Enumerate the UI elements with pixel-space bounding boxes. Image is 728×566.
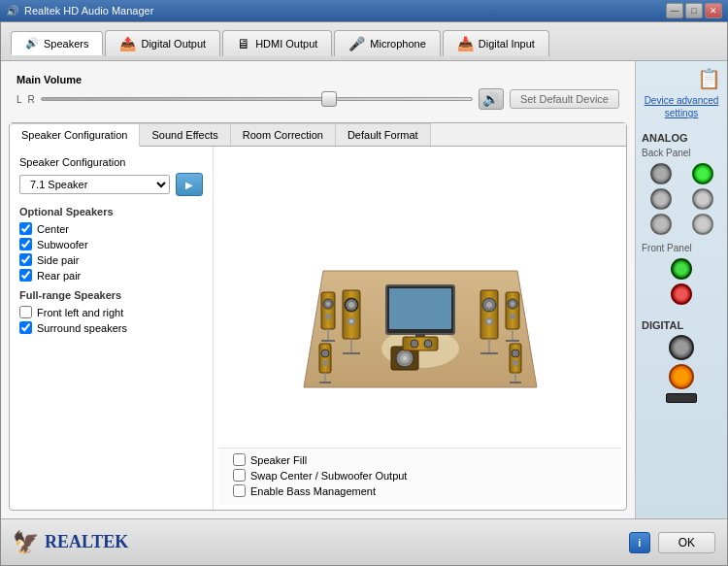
mic-icon: 🎤 xyxy=(348,36,365,51)
jack-back-2[interactable] xyxy=(692,163,713,184)
checkbox-enable-bass-label: Enable Bass Management xyxy=(250,485,376,497)
checkbox-rear-pair-input[interactable] xyxy=(19,269,32,282)
subtab-content: Speaker Configuration 7.1 Speaker 5.1 Sp… xyxy=(10,147,626,510)
svg-point-11 xyxy=(349,319,353,323)
volume-label: Main Volume xyxy=(17,74,619,85)
full-range-title: Full-range Speakers xyxy=(19,289,203,301)
checkbox-enable-bass-input[interactable] xyxy=(233,484,246,497)
hdmi-label: HDMI Output xyxy=(255,38,317,50)
checkbox-side-pair-input[interactable] xyxy=(19,253,32,266)
tab-digital-input[interactable]: 📥 Digital Input xyxy=(443,30,549,56)
back-panel-label: Back Panel xyxy=(642,148,721,158)
checkbox-center-label: Center xyxy=(37,223,69,235)
volume-slider-track[interactable] xyxy=(41,97,473,101)
device-advanced-settings-link[interactable]: Device advanced settings xyxy=(642,94,721,119)
ok-button[interactable]: OK xyxy=(658,532,715,553)
svg-point-46 xyxy=(403,356,407,360)
svg-point-16 xyxy=(486,302,492,308)
realtek-logo: 🦅 REALTEK xyxy=(13,530,128,555)
info-button[interactable]: i xyxy=(629,532,650,553)
close-button[interactable]: ✕ xyxy=(705,3,722,18)
checkbox-center-input[interactable] xyxy=(19,222,32,235)
left-panel: Main Volume L R 🔊 Set Default Device Spe… xyxy=(1,61,635,518)
svg-point-9 xyxy=(348,302,354,308)
speaker-diagram: Speaker Fill Swap Center / Subwoofer Out… xyxy=(214,147,626,510)
svg-point-24 xyxy=(325,314,331,319)
tab-digital-output[interactable]: 📤 Digital Output xyxy=(105,30,220,56)
jack-front-2[interactable] xyxy=(671,283,692,305)
svg-rect-3 xyxy=(389,288,451,329)
right-panel: 📋 Device advanced settings ANALOG Back P… xyxy=(635,61,727,518)
config-row: 7.1 Speaker 5.1 Speaker 4 Speaker 2 Chan… xyxy=(19,173,203,196)
analog-section-header: ANALOG xyxy=(642,132,721,144)
app-title: Realtek HD Audio Manager xyxy=(24,5,153,17)
svg-rect-27 xyxy=(506,292,519,329)
title-bar: 🔊 Realtek HD Audio Manager — □ ✕ xyxy=(0,0,728,21)
play-button[interactable]: ▶ xyxy=(176,173,203,196)
tab-default-format[interactable]: Default Format xyxy=(336,123,431,146)
volume-icon[interactable]: 🔊 xyxy=(479,88,504,110)
device-tabs: 🔊 Speakers 📤 Digital Output 🖥 HDMI Outpu… xyxy=(1,22,727,61)
svg-point-30 xyxy=(510,314,515,319)
checkbox-rear-pair-label: Rear pair xyxy=(37,270,81,282)
checkbox-surround-input[interactable] xyxy=(19,321,32,334)
jack-front-1[interactable] xyxy=(671,258,692,280)
digital-jack-2[interactable] xyxy=(669,364,694,389)
checkbox-subwoofer-label: Subwoofer xyxy=(37,239,88,250)
volume-slider-thumb[interactable] xyxy=(321,91,337,107)
digital-section-header: DIGITAL xyxy=(642,319,721,331)
checkbox-front-lr-input[interactable] xyxy=(19,306,32,318)
svg-point-48 xyxy=(411,340,418,348)
speaker-config-dropdown[interactable]: 7.1 Speaker 5.1 Speaker 4 Speaker 2 Chan… xyxy=(19,175,170,194)
svg-rect-21 xyxy=(321,292,335,329)
realtek-logo-text: REALTEK xyxy=(45,532,128,552)
tab-hdmi-output[interactable]: 🖥 HDMI Output xyxy=(222,30,332,56)
digital-input-icon: 📥 xyxy=(457,36,474,51)
digital-input-label: Digital Input xyxy=(479,38,535,50)
checkbox-speaker-fill-input[interactable] xyxy=(233,453,246,466)
volume-section: Main Volume L R 🔊 Set Default Device xyxy=(9,69,627,115)
speakers-icon: 🔊 xyxy=(25,37,39,50)
mic-label: Microphone xyxy=(370,38,425,50)
minimize-button[interactable]: — xyxy=(666,3,683,18)
jack-back-5[interactable] xyxy=(650,214,672,235)
jack-back-6[interactable] xyxy=(692,214,713,235)
svg-point-49 xyxy=(424,340,432,348)
checkbox-enable-bass: Enable Bass Management xyxy=(233,484,607,497)
checkbox-swap-center: Swap Center / Subwoofer Output xyxy=(233,469,607,482)
optional-speakers-title: Optional Speakers xyxy=(19,206,203,217)
digital-output-label: Digital Output xyxy=(141,38,206,50)
jack-back-3[interactable] xyxy=(650,188,672,210)
tab-microphone[interactable]: 🎤 Microphone xyxy=(334,30,440,56)
bottom-checkboxes: Speaker Fill Swap Center / Subwoofer Out… xyxy=(218,448,621,505)
checkbox-rear-pair: Rear pair xyxy=(19,269,203,282)
maximize-button[interactable]: □ xyxy=(685,3,703,18)
svg-point-35 xyxy=(322,360,328,366)
settings-panel: Speaker Configuration 7.1 Speaker 5.1 Sp… xyxy=(10,147,214,510)
checkbox-subwoofer-input[interactable] xyxy=(19,238,32,250)
checkbox-speaker-fill-label: Speaker Fill xyxy=(250,454,307,466)
checkbox-surround-label: Surround speakers xyxy=(37,322,127,334)
svg-point-39 xyxy=(512,350,519,357)
realtek-logo-icon: 🦅 xyxy=(13,530,39,555)
svg-point-34 xyxy=(321,350,329,357)
digital-jack-3[interactable] xyxy=(666,393,697,403)
jack-back-4[interactable] xyxy=(692,188,713,210)
digital-output-icon: 📤 xyxy=(119,36,136,51)
tab-room-correction[interactable]: Room Correction xyxy=(231,123,336,146)
hdmi-icon: 🖥 xyxy=(237,36,250,51)
main-window: 🔊 Speakers 📤 Digital Output 🖥 HDMI Outpu… xyxy=(0,21,728,566)
checkbox-center: Center xyxy=(19,222,203,235)
svg-rect-38 xyxy=(510,344,521,373)
digital-jack-1[interactable] xyxy=(669,335,694,360)
checkbox-surround: Surround speakers xyxy=(19,321,203,334)
checkbox-speaker-fill: Speaker Fill xyxy=(233,453,607,466)
front-panel-label: Front Panel xyxy=(642,243,721,253)
tab-speakers[interactable]: 🔊 Speakers xyxy=(11,31,103,55)
default-device-button[interactable]: Set Default Device xyxy=(510,89,619,109)
tab-speaker-config[interactable]: Speaker Configuration xyxy=(10,123,140,147)
checkbox-side-pair: Side pair xyxy=(19,253,203,266)
jack-back-1[interactable] xyxy=(650,163,672,184)
tab-sound-effects[interactable]: Sound Effects xyxy=(140,123,230,146)
checkbox-swap-center-input[interactable] xyxy=(233,469,246,482)
